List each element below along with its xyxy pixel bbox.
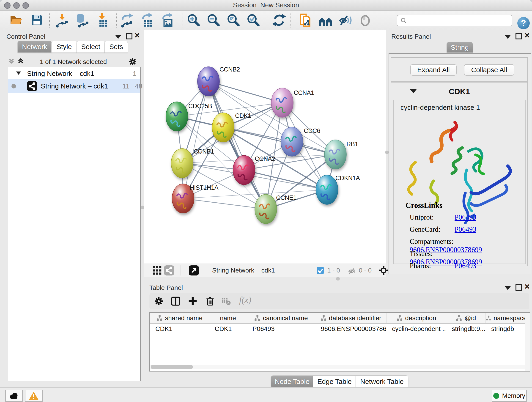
zoom-fit-button[interactable] — [226, 13, 241, 27]
edge-HIST1H1A-CCNE1[interactable] — [183, 198, 266, 209]
table-cell[interactable]: stringdb:9... — [446, 324, 486, 334]
create-column-icon[interactable] — [187, 296, 198, 306]
help-button[interactable]: ? — [517, 17, 530, 29]
tab-edge-table[interactable]: Edge Table — [313, 375, 356, 388]
expand-all-button[interactable]: Expand All — [410, 64, 457, 76]
column-header-name[interactable]: name — [209, 313, 247, 323]
import-table-button[interactable] — [95, 13, 110, 27]
node-RB1[interactable] — [324, 140, 346, 169]
node-CDC6[interactable] — [281, 127, 303, 156]
network-collection-row[interactable]: String Network – cdk1 1 — [8, 67, 140, 79]
table-options-gear-icon[interactable] — [153, 296, 164, 306]
crosslink-link[interactable]: P06493 — [455, 262, 476, 270]
float-panel-icon[interactable] — [126, 33, 133, 39]
column-header-shared-name[interactable]: shared name — [150, 313, 209, 323]
show-all-button[interactable] — [358, 13, 373, 27]
table-cell[interactable]: cyclin-dependent ... — [386, 324, 446, 334]
tab-select[interactable]: Select — [76, 41, 105, 53]
tab-node-table[interactable]: Node Table — [271, 375, 313, 388]
node-table: shared namenamecanonical namedatabase id… — [149, 313, 530, 371]
clone-network-button[interactable] — [298, 13, 312, 27]
tab-style[interactable]: Style — [51, 41, 77, 53]
node-CCNA1[interactable] — [271, 88, 293, 117]
crosslink-link[interactable]: P06493 — [455, 213, 476, 221]
column-header-namespace[interactable]: namespace — [486, 313, 527, 323]
tab-network[interactable]: Network — [17, 41, 52, 53]
delete-column-icon[interactable] — [205, 296, 215, 306]
import-network-from-database-button[interactable] — [75, 13, 89, 27]
expand-all-networks-icon[interactable] — [7, 57, 16, 65]
float-panel-icon[interactable] — [515, 284, 522, 291]
export-table-button[interactable] — [140, 13, 154, 27]
export-image-button[interactable] — [160, 13, 175, 27]
show-columns-icon[interactable] — [171, 296, 181, 306]
horizontal-scrollbar[interactable] — [150, 365, 525, 369]
memory-button[interactable]: Memory — [492, 390, 527, 402]
collapse-panel-icon[interactable] — [505, 286, 511, 290]
tab-sets[interactable]: Sets — [104, 41, 128, 53]
collapse-panel-icon[interactable] — [505, 35, 511, 39]
close-panel-icon[interactable]: ✕ — [524, 284, 530, 290]
zoom-in-button[interactable] — [186, 13, 201, 27]
column-header-description[interactable]: description — [386, 313, 446, 323]
node-CCNB1[interactable] — [171, 148, 193, 178]
close-panel-icon[interactable]: ✕ — [524, 32, 530, 38]
float-panel-icon[interactable] — [515, 33, 522, 39]
edge-CCNB2-HIST1H1A[interactable] — [183, 81, 209, 198]
save-session-button[interactable] — [29, 13, 44, 27]
table-cell[interactable]: P06493 — [247, 324, 315, 334]
gene-card-header[interactable]: CDK1 — [391, 83, 527, 100]
column-header--id[interactable]: @id — [446, 313, 486, 323]
open-session-button[interactable] — [9, 13, 23, 27]
table-cell[interactable]: CDK1 — [150, 324, 209, 334]
tab-network-table[interactable]: Network Table — [355, 375, 408, 388]
table-body: CDK1CDK1P064939606.ENSP00000378699cyclin… — [150, 324, 530, 334]
export-network-button[interactable] — [120, 13, 134, 27]
results-panel-title: Results Panel — [391, 33, 431, 40]
import-network-button[interactable] — [55, 13, 69, 27]
vertical-scrollbar[interactable] — [525, 313, 530, 371]
birds-eye-view-icon[interactable] — [378, 265, 389, 276]
collapse-all-button[interactable]: Collapse All — [464, 64, 514, 76]
column-header-database-identifier[interactable]: database identifier — [315, 313, 386, 323]
first-neighbors-button[interactable] — [318, 13, 333, 27]
control-panel: Control Panel ✕ Network Style Select Set… — [2, 30, 143, 387]
network-view-icon[interactable] — [164, 265, 174, 275]
detach-view-icon[interactable] — [189, 265, 199, 275]
network-canvas[interactable]: CCNB2CCNA1CDC25BCDK1CDC6RB1CCNB1CCNA2CDK… — [144, 30, 386, 264]
network-row-selected[interactable]: String Network – cdk1 11 48 — [8, 79, 140, 93]
collection-expand-icon[interactable] — [16, 71, 21, 75]
node-CDK1[interactable] — [212, 113, 234, 142]
node-CCNB2[interactable] — [197, 67, 220, 96]
column-tree-icon — [320, 315, 327, 321]
cloud-button[interactable] — [5, 390, 23, 402]
node-CDKN1A[interactable] — [316, 175, 338, 204]
selected-checkbox-icon[interactable] — [316, 266, 324, 274]
collapse-panel-icon[interactable] — [115, 35, 121, 39]
toolbar-separator — [116, 13, 117, 27]
node-label-CCNB2: CCNB2 — [220, 66, 240, 73]
hide-selected-button[interactable] — [338, 13, 353, 27]
close-panel-icon[interactable]: ✕ — [134, 32, 140, 38]
zoom-out-button[interactable] — [206, 13, 221, 27]
grid-view-icon[interactable] — [152, 266, 162, 275]
collapse-all-networks-icon[interactable] — [17, 57, 25, 65]
column-header-canonical-name[interactable]: canonical name — [247, 313, 315, 323]
apply-layout-button[interactable] — [272, 13, 286, 27]
search-input[interactable] — [409, 17, 512, 25]
table-row[interactable]: CDK1CDK1P064939606.ENSP00000378699cyclin… — [150, 324, 530, 334]
node-CCNA2[interactable] — [233, 155, 255, 185]
table-cell[interactable]: 9606.ENSP00000378699 — [315, 324, 386, 334]
crosslink-link[interactable]: P06493 — [455, 225, 476, 233]
tab-string[interactable]: String — [447, 42, 473, 53]
warnings-button[interactable] — [25, 390, 43, 402]
edge-CCNB2-CCNA1[interactable] — [209, 81, 282, 103]
node-CCNE1[interactable] — [255, 194, 277, 224]
network-options-gear-icon[interactable] — [128, 57, 138, 66]
column-tree-icon — [254, 315, 260, 321]
bottom-splitter-handle[interactable] — [336, 277, 340, 281]
table-cell[interactable]: stringdb — [486, 324, 527, 334]
node-CDC25B[interactable] — [166, 102, 188, 131]
zoom-selected-button[interactable] — [246, 13, 261, 27]
table-cell[interactable]: CDK1 — [209, 324, 247, 334]
